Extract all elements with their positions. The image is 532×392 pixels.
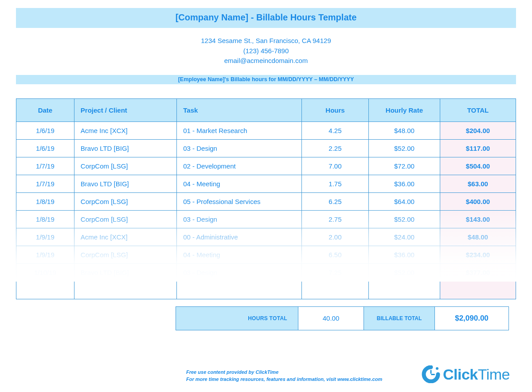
cell-client: Bravo LTD [BIG] xyxy=(74,139,176,157)
page-title-bar: [Company Name] - Billable Hours Template xyxy=(16,8,516,28)
cell-task: 04 - Meeting xyxy=(177,246,302,263)
cell-hours: 2.75 xyxy=(302,210,369,228)
cell-task: 03 - Design xyxy=(177,210,302,228)
totals-spacer xyxy=(16,306,176,330)
cell-date: 1/6/19 xyxy=(16,122,74,139)
svg-point-1 xyxy=(436,367,438,370)
cell-rate: $48.00 xyxy=(368,122,440,139)
cell-client: Bravo LTD [BIG] xyxy=(74,175,176,192)
cell-task: 04 - Meeting xyxy=(177,175,302,192)
table-row-blank xyxy=(16,281,516,299)
cell-rate: $72.00 xyxy=(368,157,440,175)
footer-line1: Free use content provided by ClickTime xyxy=(186,369,382,376)
footer: Free use content provided by ClickTime F… xyxy=(0,365,532,383)
footer-line2: For more time tracking resources, featur… xyxy=(186,376,382,383)
table-row: 1/9/19Acme Inc [XCX]00 - Administrative2… xyxy=(16,228,516,246)
brand-bold: Click xyxy=(443,366,478,383)
cell-date: 1/10/19 xyxy=(16,263,74,281)
cell-date: 1/9/19 xyxy=(16,228,74,246)
cell-hours: 7.25 xyxy=(302,263,369,281)
hours-total-value: 40.00 xyxy=(298,306,364,330)
cell-task: 02 - Development xyxy=(177,157,302,175)
brand-light: Time xyxy=(478,366,510,383)
cell-client: CorpCom [LSG] xyxy=(74,246,176,263)
billable-total-label: BILLABLE TOTAL xyxy=(364,306,434,330)
company-email: email@acmeincdomain.com xyxy=(16,56,516,66)
cell-hours: 7.00 xyxy=(302,157,369,175)
cell-total: $377.00 xyxy=(440,263,516,281)
cell-client: Acme Inc [XCX] xyxy=(74,122,176,139)
table-row: 1/8/19CorpCom [LSG]03 - Design2.75$52.00… xyxy=(16,210,516,228)
billable-total-value: $2,090.00 xyxy=(434,306,509,330)
brand-text: ClickTime xyxy=(443,366,510,383)
totals-row: HOURS TOTAL 40.00 BILLABLE TOTAL $2,090.… xyxy=(16,306,516,330)
cell-rate: $36.00 xyxy=(368,175,440,192)
cell-date: 1/7/19 xyxy=(16,175,74,192)
footer-note: Free use content provided by ClickTime F… xyxy=(186,369,382,383)
cell-task: 05 - Professional Services xyxy=(177,192,302,210)
cell-task: 01 - Market Research xyxy=(177,122,302,139)
page-title: [Company Name] - Billable Hours Template xyxy=(176,12,357,22)
cell-total: $504.00 xyxy=(440,157,516,175)
cell-rate: $52.00 xyxy=(368,210,440,228)
cell-date: 1/8/19 xyxy=(16,192,74,210)
cell-blank xyxy=(16,281,74,299)
table-row: 1/8/19CorpCom [LSG]05 - Professional Ser… xyxy=(16,192,516,210)
cell-blank xyxy=(440,281,516,299)
cell-date: 1/6/19 xyxy=(16,139,74,157)
subtitle-text: [Employee Name]'s Billable hours for MM/… xyxy=(178,76,354,82)
col-rate-header: Hourly Rate xyxy=(368,98,440,122)
cell-total: $143.00 xyxy=(440,210,516,228)
table-row: 1/7/19CorpCom [LSG]02 - Development7.00$… xyxy=(16,157,516,175)
company-address: 1234 Sesame St., San Francisco, CA 94129 xyxy=(16,36,516,46)
cell-total: $204.00 xyxy=(440,122,516,139)
svg-rect-3 xyxy=(431,374,435,375)
cell-blank xyxy=(74,281,176,299)
hours-total-label: HOURS TOTAL xyxy=(176,306,298,330)
table-header-row: Date Project / Client Task Hours Hourly … xyxy=(16,98,516,122)
table-row: 1/9/19CorpCom [LSG]04 - Meeting6.50$36.0… xyxy=(16,246,516,263)
cell-client: Bravo LTD [BIG] xyxy=(74,263,176,281)
cell-rate: $52.00 xyxy=(368,139,440,157)
cell-task: 03 - Design xyxy=(177,139,302,157)
cell-rate: $52.00 xyxy=(368,263,440,281)
cell-task: 03 - Design xyxy=(177,263,302,281)
cell-hours: 2.00 xyxy=(302,228,369,246)
cell-hours: 4.25 xyxy=(302,122,369,139)
cell-total: $234.00 xyxy=(440,246,516,263)
cell-blank xyxy=(368,281,440,299)
cell-date: 1/7/19 xyxy=(16,157,74,175)
cell-hours: 6.50 xyxy=(302,246,369,263)
cell-rate: $24.00 xyxy=(368,228,440,246)
cell-hours: 1.75 xyxy=(302,175,369,192)
col-total-header: TOTAL xyxy=(440,98,516,122)
cell-total: $63.00 xyxy=(440,175,516,192)
cell-client: CorpCom [LSG] xyxy=(74,192,176,210)
cell-total: $48.00 xyxy=(440,228,516,246)
subtitle-bar: [Employee Name]'s Billable hours for MM/… xyxy=(16,75,516,84)
cell-blank xyxy=(177,281,302,299)
cell-rate: $36.00 xyxy=(368,246,440,263)
table-row: 1/6/19Bravo LTD [BIG]03 - Design2.25$52.… xyxy=(16,139,516,157)
hours-table-wrap: Date Project / Client Task Hours Hourly … xyxy=(16,98,516,299)
clock-icon xyxy=(422,365,441,383)
col-client-header: Project / Client xyxy=(74,98,176,122)
col-task-header: Task xyxy=(177,98,302,122)
cell-date: 1/8/19 xyxy=(16,210,74,228)
cell-total: $117.00 xyxy=(440,139,516,157)
hours-table: Date Project / Client Task Hours Hourly … xyxy=(16,98,516,299)
col-hours-header: Hours xyxy=(302,98,369,122)
svg-rect-2 xyxy=(430,370,431,374)
col-date-header: Date xyxy=(16,98,74,122)
table-row: 1/7/19Bravo LTD [BIG]04 - Meeting1.75$36… xyxy=(16,175,516,192)
cell-client: CorpCom [LSG] xyxy=(74,210,176,228)
cell-total: $400.00 xyxy=(440,192,516,210)
cell-client: Acme Inc [XCX] xyxy=(74,228,176,246)
cell-date: 1/9/19 xyxy=(16,246,74,263)
cell-blank xyxy=(302,281,369,299)
cell-hours: 2.25 xyxy=(302,139,369,157)
company-info: 1234 Sesame St., San Francisco, CA 94129… xyxy=(16,28,516,75)
table-row: 1/6/19Acme Inc [XCX]01 - Market Research… xyxy=(16,122,516,139)
cell-client: CorpCom [LSG] xyxy=(74,157,176,175)
cell-task: 00 - Administrative xyxy=(177,228,302,246)
